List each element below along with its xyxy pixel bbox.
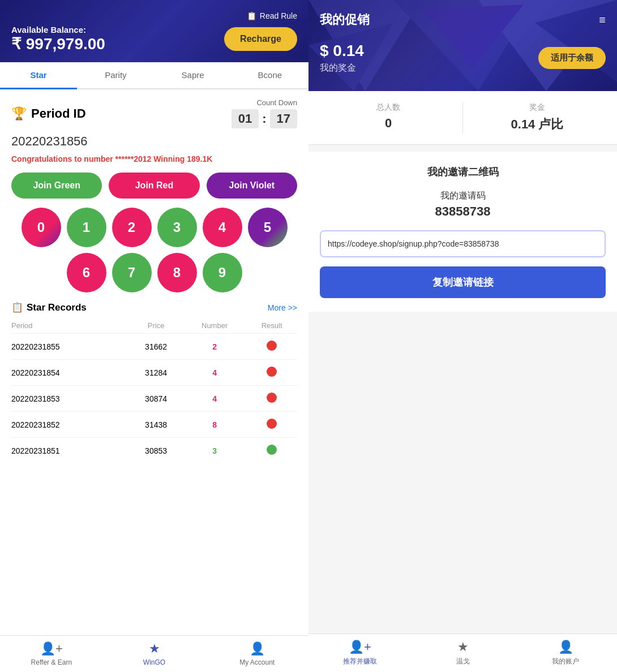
period-id-value: 20220231856 — [11, 134, 297, 149]
nav-my-account[interactable]: 👤 My Account — [205, 636, 308, 672]
row2-period: 20220231854 — [11, 360, 129, 386]
qr-section: 我的邀请二维码 我的邀请码 83858738 复制邀请链接 — [308, 152, 617, 312]
row1-period: 20220231855 — [11, 334, 129, 360]
stat2-value: 0.14 卢比 — [511, 116, 564, 133]
number-0[interactable]: 0 — [22, 208, 61, 247]
balance-row: Available Balance: ₹ 997,979.00 Recharge — [11, 25, 297, 53]
nav-my-account-right[interactable]: 👤 我的账户 — [514, 634, 617, 672]
join-green-button[interactable]: Join Green — [11, 173, 102, 199]
read-rule-label: Read Rule — [260, 11, 297, 20]
promo-title: 我的促销 — [320, 11, 370, 28]
row3-number: 4 — [183, 386, 246, 412]
number-3[interactable]: 3 — [157, 208, 197, 247]
balance-info: Available Balance: ₹ 997,979.00 — [11, 25, 105, 53]
right-header: 我的促销 ≡ $ 0.14 我的奖金 适用于余额 — [308, 0, 617, 91]
countdown-display: 01 : 17 — [232, 109, 297, 128]
row5-result — [246, 438, 297, 464]
number-4[interactable]: 4 — [203, 208, 242, 247]
stats-section: 总人数 0 奖金 0.14 卢比 — [308, 91, 617, 145]
row4-number: 8 — [183, 412, 246, 438]
my-account-icon: 👤 — [250, 641, 265, 656]
col-price: Price — [129, 318, 183, 334]
read-rule-link[interactable]: 📋 Read Rule — [11, 11, 297, 20]
recommend-label: 推荐并赚取 — [343, 657, 377, 666]
row5-price: 30853 — [129, 438, 183, 464]
recommend-icon: 👤+ — [349, 640, 371, 654]
balance-amount: ₹ 997,979.00 — [11, 35, 105, 53]
winning-amount: Winning 189.1K — [153, 154, 212, 163]
tab-parity[interactable]: Parity — [77, 62, 154, 89]
my-account-right-label: 我的账户 — [552, 657, 579, 666]
row5-period: 20220231851 — [11, 438, 129, 464]
nav-reffer-earn[interactable]: 👤+ Reffer & Earn — [0, 636, 103, 672]
invite-code-label: 我的邀请码 — [320, 190, 606, 202]
table-row: 20220231852 31438 8 — [11, 412, 297, 438]
row1-result — [246, 334, 297, 360]
right-header-top: 我的促销 ≡ — [320, 11, 606, 28]
row2-result — [246, 360, 297, 386]
stat-total-people: 总人数 0 — [320, 102, 457, 133]
trophy-icon: 🏆 — [11, 106, 27, 121]
countdown-minutes: 01 — [232, 109, 259, 128]
right-bottom-nav: 👤+ 推荐并赚取 ★ 温戈 👤 我的账户 — [308, 634, 617, 672]
reward-label: 我的奖金 — [320, 62, 364, 74]
col-period: Period — [11, 318, 129, 334]
row3-price: 30874 — [129, 386, 183, 412]
stat2-label: 奖金 — [529, 102, 545, 113]
number-5[interactable]: 5 — [248, 208, 288, 247]
number-grid: 0 1 2 3 4 5 6 7 8 9 — [11, 208, 297, 292]
countdown-label: Count Down — [232, 98, 297, 107]
number-2[interactable]: 2 — [112, 208, 152, 247]
right-spacer — [308, 312, 617, 634]
nav-wingo-right[interactable]: ★ 温戈 — [412, 634, 515, 672]
number-9[interactable]: 9 — [203, 253, 242, 292]
table-row: 20220231853 30874 4 — [11, 386, 297, 412]
invite-link-input[interactable] — [320, 230, 606, 257]
left-panel: 📋 Read Rule Available Balance: ₹ 997,979… — [0, 0, 308, 672]
copy-link-button[interactable]: 复制邀请链接 — [320, 266, 606, 298]
number-8[interactable]: 8 — [157, 253, 197, 292]
nav-recommend-earn[interactable]: 👤+ 推荐并赚取 — [308, 634, 412, 672]
stat-bonus: 奖金 0.14 卢比 — [469, 102, 606, 133]
stat1-value: 0 — [385, 116, 392, 131]
tab-sapre[interactable]: Sapre — [155, 62, 232, 89]
row4-period: 20220231852 — [11, 412, 129, 438]
number-7[interactable]: 7 — [112, 253, 152, 292]
row5-number: 3 — [183, 438, 246, 464]
left-bottom-nav: 👤+ Reffer & Earn ★ WinGO 👤 My Account — [0, 635, 308, 672]
period-title: 🏆 Period ID — [11, 106, 86, 121]
tab-star[interactable]: Star — [0, 62, 77, 89]
read-rule-icon: 📋 — [247, 11, 256, 20]
row3-period: 20220231853 — [11, 386, 129, 412]
recharge-button[interactable]: Recharge — [224, 27, 297, 51]
countdown-seconds: 17 — [270, 109, 297, 128]
records-header: 📋 Star Records More >> — [11, 301, 297, 313]
table-row: 20220231854 31284 4 — [11, 360, 297, 386]
records-title: 📋 Star Records — [11, 301, 87, 313]
left-header: 📋 Read Rule Available Balance: ₹ 997,979… — [0, 0, 308, 62]
table-row: 20220231855 31662 2 — [11, 334, 297, 360]
reward-row: $ 0.14 我的奖金 适用于余额 — [320, 42, 606, 74]
row2-price: 31284 — [129, 360, 183, 386]
tab-bcone[interactable]: Bcone — [232, 62, 308, 89]
number-1[interactable]: 1 — [67, 208, 106, 247]
menu-icon[interactable]: ≡ — [599, 14, 606, 27]
game-area: 🏆 Period ID Count Down 01 : 17 202202318… — [0, 89, 308, 635]
reward-amount: $ 0.14 — [320, 42, 364, 60]
stat1-label: 总人数 — [376, 102, 400, 113]
tabs: Star Parity Sapre Bcone — [0, 62, 308, 89]
row4-price: 31438 — [129, 412, 183, 438]
qr-title: 我的邀请二维码 — [320, 165, 606, 179]
col-result: Result — [246, 318, 297, 334]
balance-label: Available Balance: — [11, 25, 105, 35]
reffer-earn-label: Reffer & Earn — [31, 658, 72, 666]
more-link[interactable]: More >> — [268, 303, 297, 312]
join-red-button[interactable]: Join Red — [109, 173, 199, 199]
join-violet-button[interactable]: Join Violet — [207, 173, 297, 199]
stat-divider — [462, 102, 463, 133]
row1-number: 2 — [183, 334, 246, 360]
apply-button[interactable]: 适用于余额 — [538, 47, 606, 69]
nav-wingo[interactable]: ★ WinGO — [103, 636, 206, 672]
my-account-right-icon: 👤 — [558, 640, 573, 654]
number-6[interactable]: 6 — [67, 253, 106, 292]
